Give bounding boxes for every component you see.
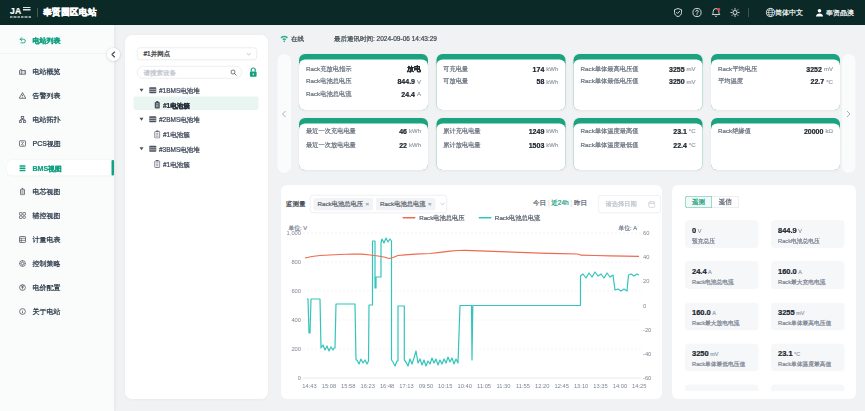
- svg-text:12:20: 12:20: [535, 383, 549, 389]
- svg-text:13:35: 13:35: [593, 383, 607, 389]
- svg-text:1,000: 1,000: [287, 230, 301, 236]
- svg-text:13:10: 13:10: [574, 383, 588, 389]
- svg-text:14:00: 14:00: [613, 383, 627, 389]
- svg-text:09:50: 09:50: [419, 383, 433, 389]
- svg-text:-40: -40: [643, 351, 651, 357]
- svg-text:17:13: 17:13: [399, 383, 413, 389]
- svg-text:14:43: 14:43: [302, 383, 316, 389]
- svg-text:10:15: 10:15: [438, 383, 452, 389]
- svg-text:-20: -20: [643, 327, 651, 333]
- svg-text:800: 800: [291, 259, 301, 265]
- svg-text:20: 20: [643, 278, 649, 284]
- svg-text:16:23: 16:23: [361, 383, 375, 389]
- svg-text:10:40: 10:40: [458, 383, 472, 389]
- svg-text:40: 40: [643, 254, 649, 260]
- svg-text:-60: -60: [643, 375, 651, 381]
- svg-text:15:08: 15:08: [322, 383, 336, 389]
- svg-text:60: 60: [643, 230, 649, 236]
- svg-text:400: 400: [291, 317, 301, 323]
- svg-text:200: 200: [291, 346, 301, 352]
- svg-text:11:30: 11:30: [497, 383, 511, 389]
- svg-text:12:45: 12:45: [555, 383, 569, 389]
- svg-text:14:25: 14:25: [632, 383, 646, 389]
- svg-text:0: 0: [643, 303, 646, 309]
- svg-text:0: 0: [298, 375, 301, 381]
- svg-text:15:58: 15:58: [341, 383, 355, 389]
- svg-text:600: 600: [291, 288, 301, 294]
- svg-text:16:48: 16:48: [380, 383, 394, 389]
- svg-text:11:55: 11:55: [516, 383, 530, 389]
- svg-text:11:05: 11:05: [477, 383, 491, 389]
